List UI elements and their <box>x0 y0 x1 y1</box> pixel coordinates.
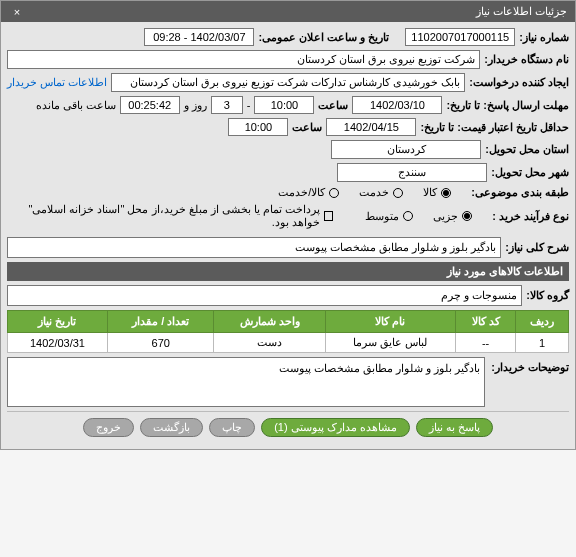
goods-section-header: اطلاعات کالاهای مورد نیاز <box>7 262 569 281</box>
purchase-type-label: نوع فرآیند خرید : <box>492 210 569 223</box>
radio-cat-khadamat[interactable]: خدمت <box>359 186 403 199</box>
exit-button[interactable]: خروج <box>83 418 134 437</box>
respond-button[interactable]: پاسخ به نیاز <box>416 418 493 437</box>
need-no-label: شماره نیاز: <box>519 31 569 44</box>
deadline-label: مهلت ارسال پاسخ: تا تاریخ: <box>446 99 569 112</box>
city-field: سنندج <box>337 163 487 182</box>
th-unit: واحد شمارش <box>214 311 325 333</box>
group-label: گروه کالا: <box>526 289 569 302</box>
table-row[interactable]: 1 -- لباس عایق سرما دست 670 1402/03/31 <box>8 333 569 353</box>
back-button[interactable]: بازگشت <box>140 418 203 437</box>
need-details-window: جزئیات اطلاعات نیاز × شماره نیاز: 110200… <box>0 0 576 450</box>
deadline-date-field: 1402/03/10 <box>352 96 442 114</box>
remaining-label: ساعت باقی مانده <box>36 99 116 112</box>
form-body: شماره نیاز: 1102007017000115 تاریخ و ساع… <box>1 22 575 449</box>
need-no-field: 1102007017000115 <box>405 28 515 46</box>
buyer-label: نام دستگاه خریدار: <box>484 53 569 66</box>
desc-textbox[interactable]: بادگیر بلوز و شلوار مطابق مشخصات پیوست <box>7 237 501 258</box>
days-field: 3 <box>211 96 243 114</box>
countdown-field: 00:25:42 <box>120 96 180 114</box>
contact-link[interactable]: اطلاعات تماس خریدار <box>7 76 107 89</box>
dash: - <box>247 99 251 111</box>
print-button[interactable]: چاپ <box>209 418 255 437</box>
creator-label: ایجاد کننده درخواست: <box>469 76 569 89</box>
category-label: طبقه بندی موضوعی: <box>471 186 569 199</box>
th-qty: تعداد / مقدار <box>107 311 214 333</box>
province-label: استان محل تحویل: <box>485 143 569 156</box>
radio-pt-medium[interactable]: متوسط <box>365 210 413 223</box>
buyer-field: شرکت توزیع نیروی برق استان کردستان <box>7 50 480 69</box>
th-date: تاریخ نیاز <box>8 311 108 333</box>
radio-cat-kala[interactable]: کالا <box>423 186 451 199</box>
group-field[interactable]: منسوجات و چرم <box>7 285 522 306</box>
validity-label: حداقل تاریخ اعتبار قیمت: تا تاریخ: <box>420 121 569 134</box>
validity-time-label: ساعت <box>292 121 322 134</box>
radio-cat-both[interactable]: کالا/خدمت <box>278 186 339 199</box>
attachments-button[interactable]: مشاهده مدارک پیوستی (1) <box>261 418 410 437</box>
titlebar: جزئیات اطلاعات نیاز × <box>1 1 575 22</box>
pub-dt-label: تاریخ و ساعت اعلان عمومی: <box>258 31 389 44</box>
goods-table: ردیف کد کالا نام کالا واحد شمارش تعداد /… <box>7 310 569 353</box>
deadline-time-label: ساعت <box>318 99 348 112</box>
deadline-time-field: 10:00 <box>254 96 314 114</box>
validity-time-field: 10:00 <box>228 118 288 136</box>
th-name: نام کالا <box>325 311 456 333</box>
th-code: کد کالا <box>456 311 516 333</box>
title-controls: × <box>9 6 25 18</box>
notes-box[interactable]: بادگیر بلوز و شلوار مطابق مشخصات پیوست <box>7 357 485 407</box>
city-label: شهر محل تحویل: <box>491 166 569 179</box>
province-field: کردستان <box>331 140 481 159</box>
close-icon[interactable]: × <box>9 6 25 18</box>
creator-field: بابک خورشیدی کارشناس تدارکات شرکت توزیع … <box>111 73 465 92</box>
notes-label: توضیحات خریدار: <box>491 357 569 374</box>
radio-pt-small[interactable]: جزیی <box>433 210 472 223</box>
footer-buttons: پاسخ به نیاز مشاهده مدارک پیوستی (1) چاپ… <box>7 411 569 443</box>
window-title: جزئیات اطلاعات نیاز <box>476 5 567 18</box>
days-label: روز و <box>184 99 207 112</box>
pub-dt-field: 1402/03/07 - 09:28 <box>144 28 254 46</box>
desc-label: شرح کلی نیاز: <box>505 241 569 254</box>
treasury-checkbox[interactable]: پرداخت تمام یا بخشی از مبلغ خرید،از محل … <box>7 203 333 229</box>
validity-date-field: 1402/04/15 <box>326 118 416 136</box>
th-row: ردیف <box>515 311 568 333</box>
